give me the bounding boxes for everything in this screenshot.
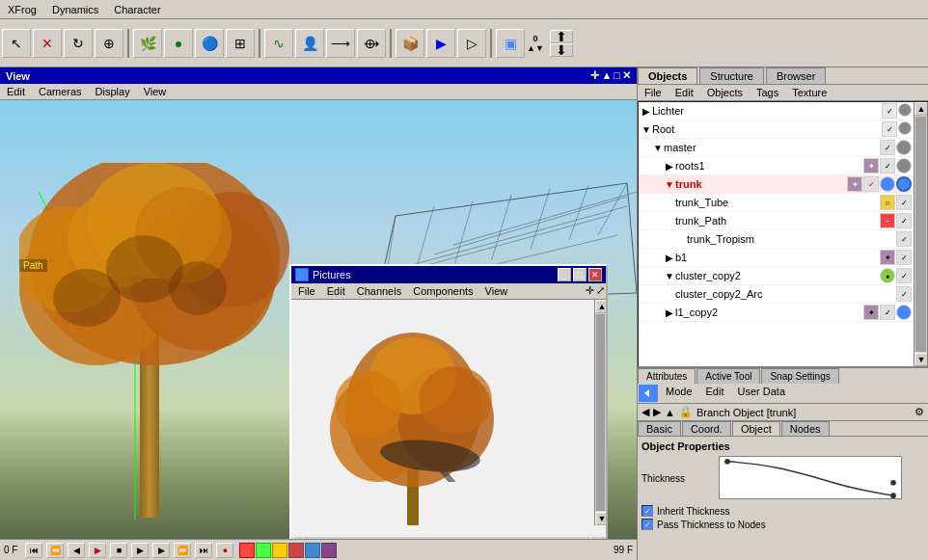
sub-tab-basic[interactable]: Basic bbox=[638, 421, 681, 436]
trunk-expand[interactable]: ▼ bbox=[664, 179, 675, 190]
obj-tool-texture[interactable]: Texture bbox=[786, 86, 832, 99]
viewport-ctrl-tri[interactable]: ▲ bbox=[601, 69, 612, 82]
obj-row-cluster-copy2[interactable]: ▼ cluster_copy2 ● ✓ bbox=[639, 267, 914, 285]
objects-list[interactable]: ▶ Lichter ✓ ▼ Root ✓ bbox=[638, 101, 928, 367]
viewport-canvas[interactable]: Path Pictures _ □ ✕ File Edit bbox=[0, 100, 637, 539]
attr-menu-userdata[interactable]: User Data bbox=[732, 385, 792, 402]
tab-attributes[interactable]: Attributes bbox=[638, 368, 696, 384]
obj-row-trunk-tropism[interactable]: trunk_Tropism ✓ bbox=[639, 230, 914, 249]
obj-row-trunk-tube[interactable]: trunk_Tube ○ ✓ bbox=[639, 194, 914, 212]
thickness-graph-container[interactable] bbox=[719, 456, 924, 501]
obj-scroll-up[interactable]: ▲ bbox=[914, 102, 928, 116]
tab-snap-settings[interactable]: Snap Settings bbox=[761, 368, 838, 384]
cluster-copy2-expand[interactable]: ▼ bbox=[664, 271, 675, 281]
obj-row-trunk[interactable]: ▼ trunk ✦ ✓ bbox=[639, 175, 914, 194]
status-icon-6[interactable] bbox=[321, 543, 337, 558]
obj-row-master[interactable]: ▼ master ✓ bbox=[639, 139, 914, 157]
tool-h[interactable]: ⟴ bbox=[357, 29, 386, 58]
pics-menu-channels[interactable]: Channels bbox=[351, 284, 407, 298]
pass-thickness-cb[interactable]: ✓ bbox=[641, 519, 653, 530]
play-rev-btn[interactable]: ▶ bbox=[89, 543, 106, 558]
next-key-btn[interactable]: ⏩ bbox=[174, 543, 191, 558]
tab-objects[interactable]: Objects bbox=[638, 67, 697, 84]
scale-tool[interactable]: ⊕ bbox=[95, 29, 123, 58]
tool-i[interactable]: 📦 bbox=[396, 29, 424, 58]
thickness-graph[interactable] bbox=[719, 456, 902, 499]
b1-expand[interactable]: ▶ bbox=[664, 253, 675, 263]
tool-f[interactable]: 👤 bbox=[295, 29, 324, 58]
attr-menu-mode[interactable]: Mode bbox=[660, 385, 698, 402]
arrow-dn-tool[interactable]: ⬇ bbox=[550, 43, 573, 57]
obj-row-roots1[interactable]: ▶ roots1 ✦ ✓ bbox=[639, 157, 914, 175]
record-btn[interactable]: ● bbox=[216, 543, 233, 558]
next-end-btn[interactable]: ⏭ bbox=[195, 543, 212, 558]
menu-character[interactable]: Character bbox=[106, 2, 168, 17]
prev-frame-btn[interactable]: ◀ bbox=[68, 543, 85, 558]
prev-start-btn[interactable]: ⏮ bbox=[25, 543, 42, 558]
master-expand[interactable]: ▼ bbox=[652, 143, 664, 153]
rotate-tool[interactable]: ↻ bbox=[64, 29, 93, 58]
tool-g[interactable]: ⟶ bbox=[326, 29, 355, 58]
obj-row-trunk-path[interactable]: trunk_Path ~ ✓ bbox=[639, 212, 914, 230]
pics-menu-file[interactable]: File bbox=[292, 284, 321, 298]
sub-tab-object[interactable]: Object bbox=[732, 421, 780, 436]
pics-scroll-up[interactable]: ▲ bbox=[595, 300, 606, 313]
tool-e[interactable]: ∿ bbox=[264, 29, 293, 58]
pass-thickness-row[interactable]: ✓ Pass Thickness to Nodes bbox=[641, 519, 924, 530]
status-icon-1[interactable] bbox=[239, 543, 255, 558]
pics-menu-view[interactable]: View bbox=[479, 284, 514, 298]
maximize-button[interactable]: □ bbox=[573, 268, 587, 281]
status-icon-5[interactable] bbox=[305, 543, 320, 558]
obj-row-b1[interactable]: ▶ b1 ✦ ✓ bbox=[639, 249, 914, 267]
vp-menu-cameras[interactable]: Cameras bbox=[33, 85, 88, 98]
play-fwd-btn[interactable]: ▶ bbox=[131, 543, 149, 558]
pics-menu-edit[interactable]: Edit bbox=[321, 284, 351, 298]
prev-key-btn[interactable]: ⏪ bbox=[46, 543, 64, 558]
attr-menu-edit[interactable]: Edit bbox=[700, 385, 730, 402]
arrow-up-tool[interactable]: ⬆ bbox=[550, 30, 573, 43]
obj-tool-objects[interactable]: Objects bbox=[701, 86, 749, 99]
status-icon-2[interactable] bbox=[256, 543, 271, 558]
obj-row-l1-copy2[interactable]: ▶ l1_copy2 ✦ ✓ bbox=[639, 304, 914, 322]
select-tool[interactable]: ↖ bbox=[2, 29, 31, 58]
status-icon-4[interactable] bbox=[288, 543, 304, 558]
close-button[interactable]: ✕ bbox=[588, 268, 602, 281]
tool-c[interactable]: 🔵 bbox=[195, 29, 224, 58]
obj-tool-tags[interactable]: Tags bbox=[751, 86, 784, 99]
attr-up-icon[interactable]: ▲ bbox=[665, 407, 675, 418]
status-icon-3[interactable] bbox=[272, 543, 287, 558]
obj-tool-file[interactable]: File bbox=[639, 86, 668, 99]
pictures-content[interactable]: ▲ ▼ bbox=[291, 300, 606, 537]
next-frame-btn[interactable]: ▶ bbox=[152, 543, 170, 558]
sub-tab-coord[interactable]: Coord. bbox=[682, 421, 731, 436]
tab-browser[interactable]: Browser bbox=[766, 67, 826, 84]
lichter-expand[interactable]: ▶ bbox=[641, 106, 652, 117]
inherit-thickness-row[interactable]: ✓ Inherit Thickness bbox=[641, 505, 924, 517]
tab-structure[interactable]: Structure bbox=[699, 67, 764, 84]
tool-b[interactable]: ● bbox=[164, 29, 193, 58]
tool-k[interactable]: ▷ bbox=[457, 29, 486, 58]
root-expand[interactable]: ▼ bbox=[641, 124, 652, 135]
inherit-thickness-cb[interactable]: ✓ bbox=[641, 505, 653, 517]
obj-row-cluster-copy2-arc[interactable]: cluster_copy2_Arc ✓ bbox=[639, 285, 914, 304]
l1-copy2-expand[interactable]: ▶ bbox=[664, 307, 675, 318]
attr-back-icon[interactable]: ◀ bbox=[641, 406, 649, 418]
tool-j[interactable]: ▶ bbox=[426, 29, 455, 58]
viewport-ctrl-x[interactable]: ✕ bbox=[622, 69, 631, 82]
obj-row-root[interactable]: ▼ Root ✓ bbox=[639, 120, 914, 139]
roots1-expand[interactable]: ▶ bbox=[664, 161, 675, 172]
vp-menu-display[interactable]: Display bbox=[90, 85, 136, 98]
viewport-ctrl-cross[interactable]: ✛ bbox=[590, 69, 599, 82]
obj-row-lichter[interactable]: ▶ Lichter ✓ bbox=[639, 102, 914, 120]
sub-tab-nodes[interactable]: Nodes bbox=[781, 421, 830, 436]
pics-menu-components[interactable]: Components bbox=[407, 284, 478, 298]
minimize-button[interactable]: _ bbox=[558, 268, 571, 281]
attr-settings-icon[interactable]: ⚙ bbox=[914, 406, 924, 418]
tool-d[interactable]: ⊞ bbox=[226, 29, 255, 58]
menu-dynamics[interactable]: Dynamics bbox=[44, 2, 106, 17]
pics-scroll-down[interactable]: ▼ bbox=[595, 512, 606, 525]
attr-fwd-icon[interactable]: ▶ bbox=[653, 406, 661, 418]
move-tool[interactable]: ✕ bbox=[33, 29, 62, 58]
viewport-ctrl-sq[interactable]: □ bbox=[614, 69, 620, 82]
tool-cube[interactable]: ▣ bbox=[496, 29, 525, 58]
